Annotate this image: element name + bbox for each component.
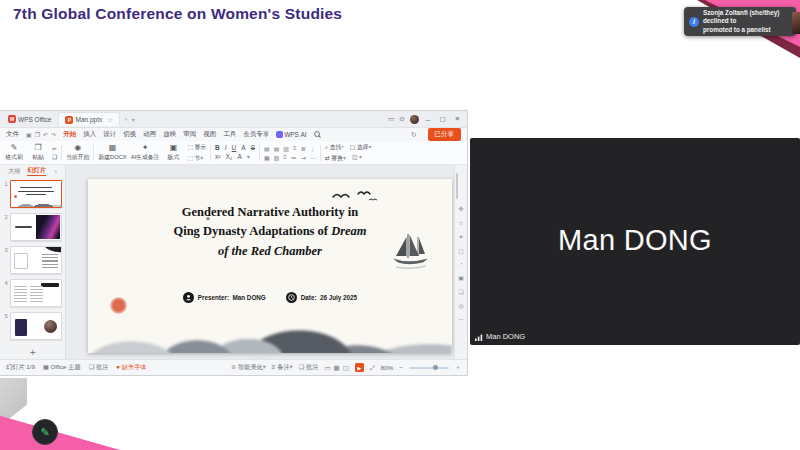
zoom-out-button[interactable]: −: [399, 364, 403, 371]
print-icon[interactable]: ❐: [35, 131, 40, 138]
menu-tab-transition[interactable]: 切换: [123, 130, 136, 139]
comment-icon[interactable]: ❏: [458, 288, 463, 295]
slide-thumbnail-1[interactable]: [10, 180, 62, 208]
properties-icon[interactable]: ✥: [458, 205, 463, 212]
layout-button[interactable]: ▣ 版式: [163, 144, 183, 162]
format-painter-icon: ✎: [11, 144, 18, 152]
menu-tab-animation[interactable]: 动画: [143, 130, 156, 139]
menu-tab-insert[interactable]: 插入: [83, 130, 96, 139]
star-icon[interactable]: ☆: [458, 219, 463, 226]
current-slide[interactable]: Gendered Narrative Authority in Qing Dyn…: [88, 179, 452, 353]
animation-icon[interactable]: ✦: [458, 233, 463, 240]
replace-button[interactable]: ⇄ 替换▾: [325, 154, 346, 163]
thumb-text-columns: [14, 286, 43, 302]
speaker-video-tile[interactable]: Man DONG Man DONG: [470, 138, 800, 345]
help-icon[interactable]: ◎: [458, 302, 463, 309]
wps-home-tab[interactable]: W WPS Office: [3, 113, 56, 126]
paragraph-group[interactable]: ▤▤▥≡≣⋮ ▦▧≡≔⇥⋯: [264, 145, 316, 161]
theme-icon[interactable]: ⊙: [399, 115, 404, 123]
menu-tab-member[interactable]: 会员专享: [243, 130, 269, 139]
more-icon[interactable]: ─: [459, 316, 463, 322]
menu-tab-wps-ai[interactable]: WPS AI: [276, 131, 306, 138]
menu-tab-tools[interactable]: 工具: [223, 130, 236, 139]
slide-thumbnail-5[interactable]: [10, 312, 62, 340]
new-docx-button[interactable]: ▦ 新建DOCX: [98, 144, 126, 162]
minimize-button[interactable]: ─: [424, 116, 433, 123]
layout-icon[interactable]: ▭: [388, 115, 394, 123]
redo-icon[interactable]: ↷: [51, 131, 56, 138]
sync-icon[interactable]: ↻: [411, 131, 417, 139]
toast-line2: promoted to a panelist: [703, 26, 792, 35]
menu-tab-slideshow[interactable]: 放映: [163, 130, 176, 139]
cut-copy-buttons[interactable]: ✂ ❏: [52, 146, 57, 160]
font-format-group[interactable]: B I U A S x²X₂A▾: [215, 144, 255, 161]
tab-list-icon[interactable]: ▾: [132, 116, 135, 123]
image-icon[interactable]: ▣: [458, 274, 464, 281]
menu-tab-design[interactable]: 设计: [103, 130, 116, 139]
thumb-text: [15, 226, 32, 228]
italic-button[interactable]: I: [225, 144, 227, 151]
tab-slides[interactable]: 幻灯片: [27, 166, 46, 176]
edit-tool-button[interactable]: ✎: [32, 419, 58, 445]
comments-indicator[interactable]: ❏ 批注: [89, 363, 109, 372]
zoom-slider[interactable]: [409, 367, 449, 369]
bold-button[interactable]: B: [215, 144, 220, 151]
theme-indicator[interactable]: ▦ Office 主题: [43, 363, 81, 372]
zoom-in-button[interactable]: ＋: [455, 363, 461, 372]
slide-thumbnail-3[interactable]: [10, 246, 62, 274]
show-section-buttons[interactable]: ⬚ 显示 ⬚ 节▾: [187, 143, 206, 163]
undo-icon[interactable]: ↶: [43, 131, 48, 138]
menu-file[interactable]: 文件: [6, 130, 19, 139]
notes-button[interactable]: ≡ 备注▾: [272, 363, 293, 372]
slide-number: 1: [2, 180, 10, 208]
select-button[interactable]: ▢ 选择▾: [350, 143, 372, 152]
underline-button[interactable]: U: [232, 144, 237, 151]
scrollbar-thumb[interactable]: [456, 173, 458, 199]
search-icon[interactable]: [314, 131, 321, 138]
share-button[interactable]: 已分享: [428, 128, 462, 141]
zoom-slider-thumb[interactable]: [433, 365, 438, 370]
find-button[interactable]: ⌕ 查找▾: [325, 143, 344, 152]
beautify-button[interactable]: ⊙ 智能美化▾: [231, 363, 266, 372]
view-mode-icons[interactable]: ▭ ▦ ◫: [324, 364, 348, 372]
menu-tab-home[interactable]: 开始: [63, 130, 76, 139]
font-extra-row[interactable]: x²X₂A▾: [215, 153, 255, 161]
chart-icon[interactable]: ◔: [459, 261, 463, 267]
thumb-portrait: [44, 320, 57, 333]
slide-thumbnail-4[interactable]: [10, 279, 62, 307]
annotate-button[interactable]: ❏ 批注: [299, 363, 319, 372]
pane-button[interactable]: ◫ ▾: [352, 154, 362, 163]
tab-outline[interactable]: 大纲: [8, 167, 20, 176]
strikethrough-button[interactable]: S: [251, 144, 255, 151]
star-icon[interactable]: ☆: [107, 116, 112, 123]
thumb-image: [36, 215, 60, 239]
slideshow-play-button[interactable]: ▶: [355, 363, 364, 372]
add-slide-button[interactable]: ＋: [0, 345, 65, 359]
slide-thumbnail-2[interactable]: [10, 213, 62, 241]
paste-button[interactable]: ❐ 粘贴: [28, 144, 48, 162]
menu-tab-view[interactable]: 视图: [203, 130, 216, 139]
document-tab[interactable]: P Man.pptx ☆: [58, 112, 119, 126]
ai-notes-button[interactable]: ✦ AI生成备注: [131, 144, 160, 162]
section-icon: ⬚: [187, 155, 194, 161]
shape-icon[interactable]: ▢: [458, 247, 464, 254]
missing-font-warning[interactable]: ● 缺失字体: [116, 363, 146, 372]
new-tab-icon[interactable]: ＋: [123, 115, 129, 124]
status-right-cluster: ⊙ 智能美化▾ ≡ 备注▾ ❏ 批注 ▭ ▦ ◫ ▶ ⤢ 80% − ＋: [231, 363, 461, 372]
play-from-current-button[interactable]: ◉ 当前开始: [66, 144, 89, 162]
account-avatar[interactable]: [410, 115, 419, 124]
save-icon[interactable]: ▣: [26, 131, 32, 138]
notification-toast[interactable]: i Szonja Zoltanfi (she/they) declined to…: [684, 7, 796, 36]
menu-tab-review[interactable]: 审阅: [183, 130, 196, 139]
fullscreen-icon[interactable]: ⤢: [370, 364, 375, 372]
speaker-display-name: Man DONG: [470, 224, 800, 257]
slide-number: 3: [2, 246, 10, 274]
collapse-panel-icon[interactable]: ‹: [55, 168, 57, 175]
slide-panel-tabs: 大纲 幻灯片 ‹: [0, 165, 65, 177]
maximize-button[interactable]: ▢: [437, 115, 447, 123]
close-button[interactable]: ✕: [453, 115, 462, 123]
format-painter-button[interactable]: ✎ 格式刷: [4, 144, 24, 162]
font-color-button[interactable]: A: [241, 144, 245, 151]
slide-title[interactable]: Gendered Narrative Authority in Qing Dyn…: [106, 203, 434, 261]
cut-icon: ✂: [52, 146, 57, 152]
